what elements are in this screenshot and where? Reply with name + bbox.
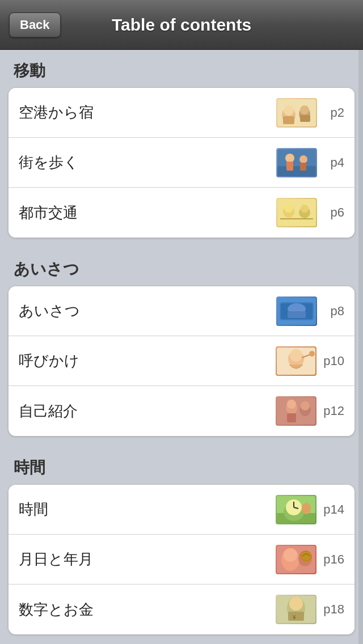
- table-row[interactable]: 月日と年月 p16: [9, 535, 354, 584]
- intro-icon: [276, 396, 316, 426]
- svg-point-15: [284, 204, 293, 213]
- table-row[interactable]: 空港から宿 p2: [9, 88, 354, 138]
- svg-point-46: [301, 551, 311, 561]
- scrollbar[interactable]: [358, 50, 363, 644]
- svg-point-2: [284, 105, 294, 116]
- month-icon: [276, 545, 316, 574]
- table-row[interactable]: 呼びかけ p10: [9, 336, 354, 386]
- content-area: 移動空港から宿 p2街を歩く p4都市交通 p6あいさつあいさつ: [0, 50, 363, 644]
- row-label: あいさつ: [19, 301, 276, 321]
- section-header-section-aisatsu: あいさつ: [0, 248, 363, 286]
- transit-icon: [276, 198, 317, 227]
- row-page: p10: [323, 354, 344, 368]
- table-row[interactable]: 時間 p14: [9, 485, 354, 535]
- row-page: p6: [324, 205, 344, 220]
- svg-point-11: [299, 155, 307, 163]
- table-row[interactable]: あいさつ p8: [9, 286, 354, 336]
- row-page: p2: [324, 105, 344, 120]
- svg-point-41: [302, 503, 311, 514]
- card-section-aisatsu: あいさつ p8呼びかけ p10自己紹介 p12: [8, 286, 355, 437]
- row-label: 都市交通: [19, 203, 276, 223]
- svg-point-31: [287, 400, 296, 409]
- row-label: 呼びかけ: [19, 351, 276, 371]
- row-page: p14: [323, 502, 344, 517]
- svg-text:¥: ¥: [292, 615, 296, 621]
- svg-rect-3: [283, 116, 294, 124]
- svg-rect-23: [288, 311, 306, 318]
- airport-icon: [276, 98, 317, 128]
- svg-rect-50: [288, 612, 304, 621]
- svg-point-28: [309, 351, 315, 357]
- svg-rect-6: [300, 115, 310, 122]
- svg-point-44: [284, 548, 297, 562]
- nav-bar: Back Table of contents: [0, 0, 363, 50]
- svg-point-5: [300, 105, 309, 115]
- row-page: p16: [323, 552, 344, 567]
- row-label: 街を歩く: [19, 152, 276, 172]
- back-button[interactable]: Back: [9, 12, 61, 37]
- walk-icon: [276, 148, 317, 177]
- row-page: p18: [323, 602, 344, 617]
- svg-rect-32: [287, 413, 296, 422]
- svg-point-9: [285, 154, 294, 163]
- call-icon: [276, 346, 316, 376]
- row-label: 数字とお金: [19, 600, 276, 620]
- section-header-section-ido: 移動: [0, 50, 363, 87]
- svg-point-49: [289, 597, 303, 611]
- svg-rect-10: [286, 162, 293, 171]
- table-row[interactable]: 自己紹介 p12: [9, 386, 354, 436]
- row-page: p12: [323, 404, 344, 418]
- svg-rect-12: [300, 163, 306, 171]
- page-title: Table of contents: [112, 15, 251, 35]
- svg-rect-8: [277, 166, 316, 176]
- card-section-jikan: 時間 p14月日と年月 p16数字とお金 ¥ p18: [8, 484, 355, 635]
- row-page: p8: [324, 304, 344, 319]
- row-label: 空港から宿: [19, 103, 276, 122]
- section-header-section-jikan: 時間: [0, 447, 363, 484]
- row-page: p4: [324, 155, 344, 170]
- row-label: 時間: [19, 499, 276, 519]
- row-label: 自己紹介: [19, 401, 276, 421]
- svg-point-26: [290, 349, 302, 362]
- time-icon: [276, 495, 316, 524]
- svg-point-34: [301, 401, 310, 410]
- table-row[interactable]: 街を歩く p4: [9, 138, 354, 188]
- table-row[interactable]: 都市交通 p6: [9, 188, 354, 238]
- greet-icon: [276, 296, 317, 326]
- row-label: 月日と年月: [19, 549, 276, 569]
- number-icon: ¥: [276, 595, 316, 624]
- table-row[interactable]: 数字とお金 ¥ p18: [9, 584, 354, 634]
- card-section-ido: 空港から宿 p2街を歩く p4都市交通 p6: [8, 87, 355, 238]
- svg-point-17: [301, 205, 309, 213]
